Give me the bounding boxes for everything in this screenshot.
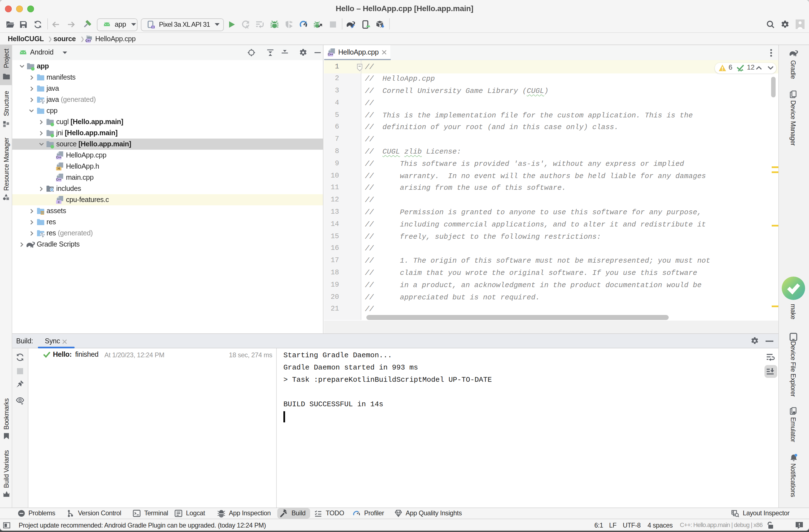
- svg-text:C++: C++: [327, 53, 333, 56]
- svg-text:A: A: [245, 24, 248, 29]
- svg-text:C++: C++: [56, 178, 61, 181]
- svg-text:C++: C++: [56, 156, 61, 159]
- svg-text:c: c: [58, 200, 59, 204]
- svg-text:C++: C++: [85, 39, 91, 42]
- svg-text:H: H: [57, 167, 59, 171]
